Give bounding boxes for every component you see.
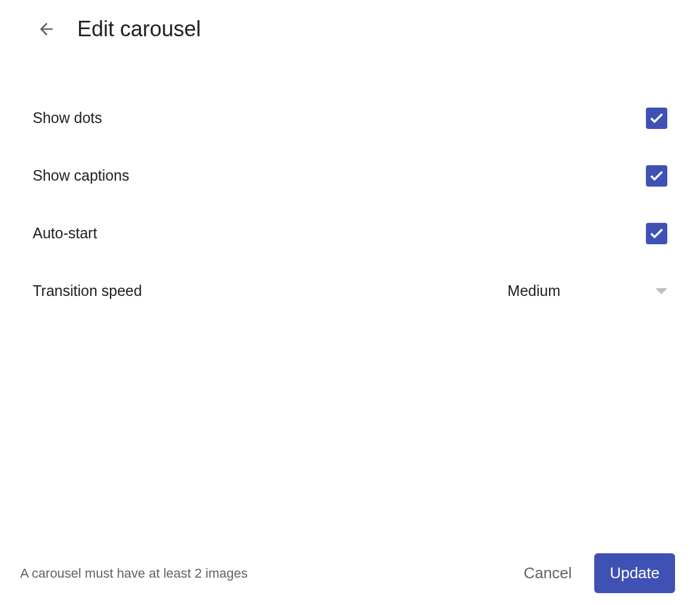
transition-speed-label: Transition speed [33,282,142,300]
setting-show-captions: Show captions [33,147,667,204]
dialog-footer: A carousel must have at least 2 images C… [0,553,700,593]
setting-transition-speed: Transition speed Medium [33,262,667,320]
transition-speed-select[interactable]: Medium [507,282,667,300]
arrow-left-icon [37,20,56,39]
cancel-button[interactable]: Cancel [519,557,576,590]
auto-start-label: Auto-start [33,225,97,242]
setting-show-dots: Show dots [33,89,667,147]
page-title: Edit carousel [77,17,201,42]
hint-text: A carousel must have at least 2 images [20,566,248,581]
check-icon [648,168,665,184]
check-icon [648,110,665,127]
show-captions-checkbox[interactable] [646,165,667,187]
transition-speed-value: Medium [507,282,560,300]
show-captions-label: Show captions [33,167,130,184]
settings-list: Show dots Show captions Auto-start Trans… [0,42,700,320]
back-arrow-icon[interactable] [37,20,56,39]
update-button[interactable]: Update [594,553,675,593]
footer-actions: Cancel Update [519,553,675,593]
check-icon [648,225,665,242]
dialog-header: Edit carousel [0,0,700,42]
show-dots-label: Show dots [33,109,102,127]
show-dots-checkbox[interactable] [646,108,667,129]
auto-start-checkbox[interactable] [646,223,667,244]
chevron-down-icon [655,288,667,294]
setting-auto-start: Auto-start [33,204,667,262]
